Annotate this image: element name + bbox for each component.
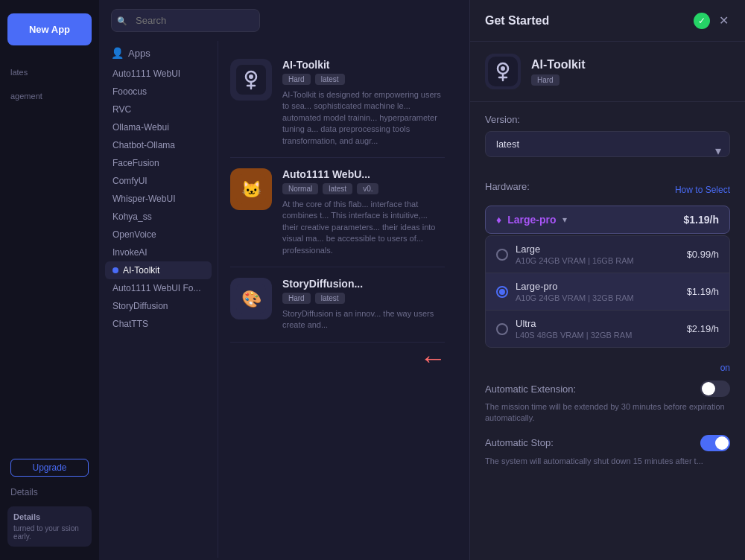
tag-latest: latest [315, 293, 345, 304]
hardware-option-large[interactable]: LargeA10G 24GB VRAM | 16GB RAM$0.99/h [486, 236, 729, 273]
app-card-auto1111[interactable]: 🐱Auto1111 WebU...Normallatestv0.At the c… [230, 158, 445, 267]
app-nav-item-auto1111-webui[interactable]: Auto1111 WebUI [105, 65, 212, 83]
sidebar: New App lates agement Upgrade Details De… [0, 0, 99, 560]
tag-latest: latest [323, 183, 352, 194]
hw-option-price: $2.19/h [687, 323, 719, 334]
how-to-select-link[interactable]: How to Select [675, 185, 730, 195]
new-app-button[interactable]: New App [7, 13, 92, 45]
app-nav-item-rvc[interactable]: RVC [105, 101, 212, 118]
hw-option-body: Large-proA10G 24GB VRAM | 32GB RAM [516, 281, 679, 302]
get-started-panel: Get Started ✓ ✕ AI-Toolkit Hard [469, 0, 745, 560]
hardware-options-list: LargeA10G 24GB VRAM | 16GB RAM$0.99/hLar… [485, 235, 730, 348]
search-input[interactable] [111, 9, 260, 32]
hardware-option-ultra[interactable]: UltraL40S 48GB VRAM | 32GB RAM$2.19/h [486, 311, 729, 347]
hw-option-spec: A10G 24GB VRAM | 16GB RAM [516, 256, 679, 265]
app-card-tags: Hardlatest [282, 293, 445, 304]
nav-item-label: Kohya_ss [112, 211, 152, 222]
app-nav-item-storydiffusion[interactable]: StoryDiffusion [105, 297, 212, 315]
management-section: agement [0, 87, 99, 105]
app-card-title: Auto1111 WebU... [282, 168, 445, 180]
auto-extension-toggle[interactable] [700, 381, 730, 397]
auto-stop-label: Automatic Stop: [485, 437, 554, 448]
app-card-desc: AI-Toolkit is designed for empowering us… [282, 89, 445, 147]
hardware-option-large-pro[interactable]: Large-proA10G 24GB VRAM | 32GB RAM$1.19/… [486, 273, 729, 311]
arrow-indicator: → [419, 343, 446, 374]
details-link[interactable]: Details [0, 484, 99, 500]
app-nav-item-openvoice[interactable]: OpenVoice [105, 226, 212, 244]
hw-selected-name: Large-pro [507, 214, 556, 226]
nav-item-label: ChatTTS [112, 319, 148, 329]
app-cards-list: AI-ToolkitHardlatestAI-Toolkit is design… [218, 41, 457, 558]
panel-app-details: AI-Toolkit Hard [531, 58, 586, 86]
auto-stop-row: Automatic Stop: [485, 435, 730, 451]
svg-point-11 [501, 66, 505, 71]
app-card-desc: At the core of this flab... interface th… [282, 199, 445, 256]
app-nav-item-ai-toolkit[interactable]: AI-Toolkit [105, 261, 212, 279]
app-nav-list-items: Auto1111 WebUIFooocusRVCOllama-WebuiChat… [99, 65, 218, 333]
app-nav-item-fooocus[interactable]: Fooocus [105, 83, 212, 101]
auto-extension-row: Automatic Extension: [485, 381, 730, 397]
hw-chevron-icon: ▾ [562, 214, 567, 225]
hardware-selected-display[interactable]: ♦ Large-pro ▾ $1.19/h [485, 206, 730, 234]
upgrade-button[interactable]: Upgrade [10, 459, 89, 477]
auto-extension-label: Automatic Extension: [485, 384, 576, 395]
apps-heading: 👤 Apps [99, 44, 218, 65]
svg-point-2 [249, 74, 253, 79]
nav-item-label: Auto1111 WebUI [112, 69, 180, 79]
hw-option-body: LargeA10G 24GB VRAM | 16GB RAM [516, 244, 679, 265]
version-label: Version: [485, 114, 730, 125]
nav-item-label: Ollama-Webui [112, 122, 169, 133]
app-nav-item-invokeai[interactable]: InvokeAI [105, 244, 212, 261]
app-nav-item-auto1111-webui-fo...[interactable]: Auto1111 WebUI Fo... [105, 279, 212, 297]
version-select[interactable]: latest v0.1 v0.2 [485, 131, 730, 157]
app-card-title: AI-Toolkit [282, 59, 445, 71]
panel-app-info: AI-Toolkit Hard [470, 42, 745, 102]
tag-v0.: v0. [357, 183, 378, 194]
app-nav-list: 👤 Apps Auto1111 WebUIFooocusRVCOllama-We… [99, 41, 218, 558]
svg-rect-0 [236, 65, 266, 95]
hw-option-price: $1.19/h [687, 286, 719, 297]
app-card-body-auto1111: Auto1111 WebU...Normallatestv0.At the co… [282, 168, 445, 256]
nav-item-label: Fooocus [112, 86, 147, 97]
app-nav-item-chattts[interactable]: ChatTTS [105, 315, 212, 333]
nav-item-label: StoryDiffusion [112, 301, 168, 311]
hardware-label: Hardware: [485, 181, 530, 192]
app-nav-item-chatbot-ollama[interactable]: Chatbot-Ollama [105, 136, 212, 154]
app-card-ai-toolkit[interactable]: AI-ToolkitHardlatestAI-Toolkit is design… [230, 48, 445, 158]
app-nav-item-whisper-webui[interactable]: Whisper-WebUI [105, 190, 212, 208]
auto-extension-desc: The mission time will be extended by 30 … [485, 401, 730, 424]
hw-option-price: $0.99/h [687, 249, 719, 260]
panel-app-tag: Hard [531, 74, 559, 86]
app-card-icon-ai-toolkit [230, 59, 272, 101]
svg-text:🎨: 🎨 [241, 289, 262, 309]
hw-option-body: UltraL40S 48GB VRAM | 32GB RAM [516, 318, 679, 340]
app-nav-item-ollama-webui[interactable]: Ollama-Webui [105, 118, 212, 136]
more-link[interactable]: on [485, 360, 730, 381]
panel-title: Get Started [485, 14, 549, 28]
tag-hard: Hard [282, 74, 311, 85]
app-card-body-storydiffusion: StoryDiffusion...HardlatestStoryDiffusio… [282, 278, 445, 331]
details-card-text: turned to your ssion early. [13, 524, 86, 541]
app-card-tags: Hardlatest [282, 74, 445, 85]
app-card-storydiffusion[interactable]: 🎨StoryDiffusion...HardlatestStoryDiffusi… [230, 267, 445, 343]
tag-latest: latest [315, 74, 345, 85]
app-card-icon-storydiffusion: 🎨 [230, 278, 272, 319]
nav-item-label: FaceFusion [112, 158, 159, 168]
details-card: Details turned to your ssion early. [7, 506, 92, 547]
close-button[interactable]: ✕ [717, 12, 730, 29]
hw-option-spec: L40S 48GB VRAM | 32GB RAM [516, 331, 679, 340]
auto-stop-toggle[interactable] [700, 435, 730, 451]
app-nav-item-facefusion[interactable]: FaceFusion [105, 154, 212, 172]
app-nav-item-kohya_ss[interactable]: Kohya_ss [105, 208, 212, 226]
whatsapp-icon[interactable]: ✓ [694, 13, 710, 29]
main-content: 👤 Apps Auto1111 WebUIFooocusRVCOllama-We… [99, 0, 745, 560]
panel-app-icon [485, 54, 521, 89]
svg-rect-9 [488, 57, 518, 86]
app-list-panel: 👤 Apps Auto1111 WebUIFooocusRVCOllama-We… [99, 0, 457, 560]
tag-normal: Normal [282, 183, 318, 194]
app-nav-item-comfyui[interactable]: ComfyUI [105, 172, 212, 190]
templates-section: lates [0, 63, 99, 81]
app-card-body-ai-toolkit: AI-ToolkitHardlatestAI-Toolkit is design… [282, 59, 445, 147]
hardware-header: Hardware: How to Select [485, 181, 730, 198]
app-card-icon-auto1111: 🐱 [230, 168, 272, 210]
